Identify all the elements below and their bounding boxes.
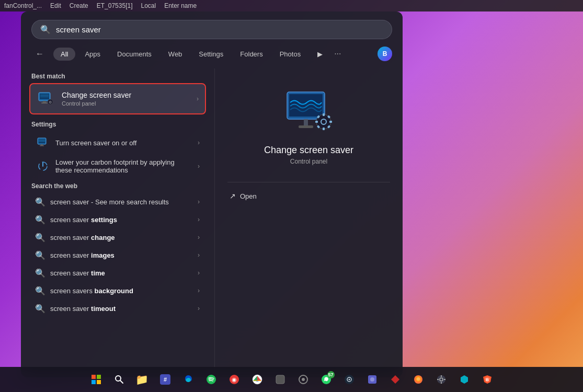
svg-rect-22 <box>323 113 325 116</box>
topbar-item-edit[interactable]: Edit <box>50 2 61 9</box>
svg-rect-25 <box>329 121 332 123</box>
svg-rect-12 <box>41 144 43 145</box>
svg-rect-5 <box>41 102 48 103</box>
tab-photos[interactable]: Photos <box>272 48 308 61</box>
tab-folders[interactable]: Folders <box>233 48 270 61</box>
open-button-label: Open <box>240 192 257 200</box>
app-box-button[interactable] <box>270 369 291 390</box>
whatsapp-badge: 57 <box>327 371 335 378</box>
firefox-button[interactable] <box>408 369 429 390</box>
svg-rect-23 <box>323 128 325 130</box>
divider <box>227 182 390 182</box>
svg-rect-24 <box>315 121 318 123</box>
open-button[interactable]: ↗ Open <box>227 189 259 203</box>
web-section-label: Search the web <box>29 178 206 193</box>
change-screen-saver-large-icon <box>283 89 335 136</box>
detail-subtitle: Control panel <box>227 158 390 165</box>
svg-marker-61 <box>461 375 468 384</box>
settings-section-label: Settings <box>29 117 206 131</box>
web-item-images-text: screen saver images <box>50 251 192 259</box>
file-explorer-button[interactable]: 📁 <box>132 369 153 390</box>
search-panel: 🔍 ← All Apps Documents Web Settings Fold… <box>21 11 403 377</box>
chevron-right-icon: › <box>197 95 199 102</box>
results-panel: Best match ⚙ <box>21 68 214 377</box>
tab-settings[interactable]: Settings <box>191 48 231 61</box>
tab-documents[interactable]: Documents <box>110 48 159 61</box>
svg-rect-4 <box>43 101 46 102</box>
settings-app-button[interactable] <box>431 369 452 390</box>
tab-all[interactable]: All <box>53 48 75 61</box>
search-input[interactable] <box>56 25 383 34</box>
svg-rect-58 <box>441 382 442 384</box>
chevron-right-icon: › <box>198 269 200 276</box>
topbar-item-local[interactable]: Local <box>141 2 156 9</box>
svg-rect-43 <box>253 381 261 381</box>
svg-rect-33 <box>97 380 101 384</box>
power-icon <box>36 159 50 174</box>
chevron-right-icon: › <box>198 287 200 294</box>
change-screen-saver-icon: ⚙ <box>37 89 55 108</box>
search-web-icon: 🔍 <box>36 286 45 295</box>
brave-button[interactable]: B <box>477 369 498 390</box>
detail-icon-container <box>227 89 390 136</box>
app-red-button[interactable]: ◉ <box>224 369 245 390</box>
teams-button[interactable]: # <box>155 369 176 390</box>
svg-rect-60 <box>444 379 445 380</box>
tab-play[interactable]: ▶ <box>310 48 330 61</box>
search-icon: 🔍 <box>40 25 51 34</box>
steam-button[interactable] <box>339 369 360 390</box>
search-bar: 🔍 <box>31 20 392 39</box>
app-blue-button[interactable] <box>362 369 383 390</box>
app-diamond-button[interactable] <box>385 369 406 390</box>
web-item-time[interactable]: 🔍 screen saver time › <box>29 264 206 282</box>
search-bar-container: 🔍 <box>21 11 403 45</box>
best-match-title: Change screen saver <box>62 91 190 99</box>
open-link-icon: ↗ <box>230 192 236 200</box>
web-item-timeout[interactable]: 🔍 screen saver timeout › <box>29 299 206 317</box>
svg-rect-44 <box>276 375 284 384</box>
svg-rect-57 <box>441 375 442 377</box>
start-button[interactable] <box>86 369 107 390</box>
panel-content: Best match ⚙ <box>21 68 403 377</box>
app-hex-button[interactable] <box>454 369 475 390</box>
web-item-settings[interactable]: 🔍 screen saver settings › <box>29 211 206 228</box>
svg-text:◉: ◉ <box>232 376 237 383</box>
bing-icon[interactable]: B <box>378 47 392 61</box>
tab-apps[interactable]: Apps <box>77 48 108 61</box>
web-item-background-text: screen savers background <box>50 287 192 295</box>
setting-turn-on-off[interactable]: Turn screen saver on or off › <box>29 131 206 154</box>
taskbar-search-button[interactable] <box>109 369 130 390</box>
web-item-time-text: screen saver time <box>50 269 192 277</box>
filter-tabs: ← All Apps Documents Web Settings Folder… <box>21 45 403 68</box>
best-match-text: Change screen saver Control panel <box>62 91 190 107</box>
back-button[interactable]: ← <box>31 45 48 62</box>
svg-line-35 <box>120 381 123 383</box>
web-item-images[interactable]: 🔍 screen saver images › <box>29 246 206 264</box>
chrome-button[interactable] <box>247 369 268 390</box>
best-match-item[interactable]: ⚙ Change screen saver Control panel › <box>29 83 206 114</box>
search-web-icon: 🔍 <box>36 250 45 260</box>
best-match-label: Best match <box>29 68 206 83</box>
svg-marker-53 <box>391 375 399 384</box>
svg-point-52 <box>370 377 374 382</box>
edge-button[interactable] <box>178 369 199 390</box>
topbar-item-et[interactable]: ET_07535[1] <box>97 2 133 9</box>
setting-carbon[interactable]: Lower your carbon footprint by applying … <box>29 154 206 178</box>
topbar-item-enter[interactable]: Enter name <box>164 2 197 9</box>
web-item-see-more[interactable]: 🔍 screen saver - See more search results… <box>29 193 206 211</box>
more-options-button[interactable]: ··· <box>334 49 341 59</box>
topbar-item-fancotrol[interactable]: fanControl_... <box>4 2 42 9</box>
web-item-background[interactable]: 🔍 screen savers background › <box>29 282 206 299</box>
app-circle-button[interactable] <box>293 369 314 390</box>
spotify-button[interactable] <box>201 369 222 390</box>
web-item-change[interactable]: 🔍 screen saver change › <box>29 228 206 246</box>
topbar-item-create[interactable]: Create <box>70 2 88 9</box>
whatsapp-button[interactable]: 57 <box>316 369 337 390</box>
search-web-icon: 🔍 <box>36 268 45 278</box>
svg-rect-30 <box>92 375 96 379</box>
taskbar: 📁 # ◉ <box>0 367 583 392</box>
monitor-icon <box>36 135 50 150</box>
web-item-settings-text: screen saver settings <box>50 216 192 224</box>
tab-web[interactable]: Web <box>161 48 190 61</box>
best-match-subtitle: Control panel <box>62 100 190 107</box>
